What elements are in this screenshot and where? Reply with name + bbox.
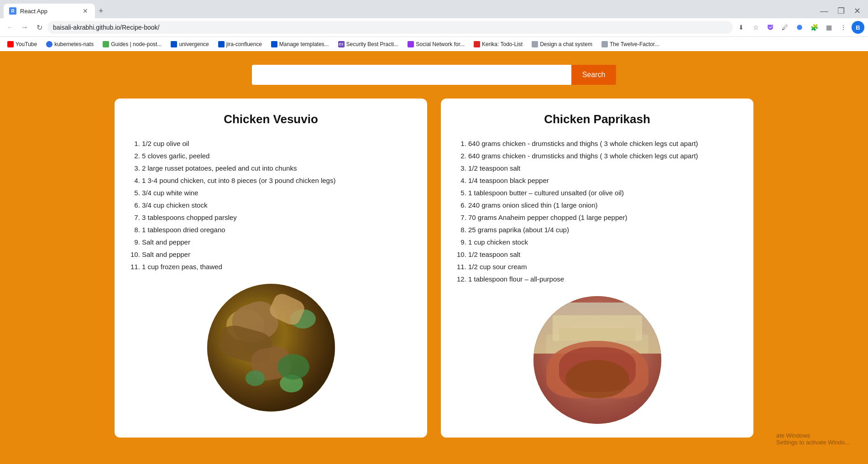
kerika-favicon <box>474 41 480 47</box>
pocket-icon[interactable] <box>764 21 777 34</box>
window-controls: — ❐ ✕ <box>816 5 864 17</box>
recipes-grid: Chicken Vesuvio 1/2 cup olive oil 5 clov… <box>115 99 753 438</box>
ingredient-item: 70 grams Anaheim pepper chopped (1 large… <box>468 211 735 224</box>
bookmark-ex-label: Security Best Practi... <box>346 41 399 47</box>
bookmark-manage-label: Manage templates... <box>279 41 329 47</box>
svg-point-0 <box>797 25 802 30</box>
design-favicon <box>532 41 538 47</box>
ingredient-item: 1 tablespoon butter – cultured unsalted … <box>468 187 735 199</box>
ingredient-item: 3/4 cup white wine <box>142 187 409 199</box>
recipe-card-vesuvio: Chicken Vesuvio 1/2 cup olive oil 5 clov… <box>115 99 427 438</box>
bookmark-twelve-label: The Twelve-Factor... <box>610 41 659 47</box>
sidebar-icon[interactable]: ▦ <box>822 21 835 34</box>
bookmark-guides-label: Guides | node-post... <box>111 41 162 47</box>
ingredient-item: 25 grams paprika (about 1/4 cup) <box>468 224 735 236</box>
browser-chrome: R React App ✕ + — ❐ ✕ ← → ↻ ⬇ ☆ 🖊 🧩 ▦ <box>0 0 868 51</box>
menu-icon[interactable]: ⋮ <box>837 21 850 34</box>
recipe-card-paprikash: Chicken Paprikash 640 grams chicken - dr… <box>441 99 753 438</box>
bookmarks-bar: YouTube kubernetes-nats Guides | node-po… <box>0 36 868 51</box>
page-content: Search Chicken Vesuvio 1/2 cup olive oil… <box>0 51 868 464</box>
greasemonkey-icon[interactable] <box>793 21 806 34</box>
star-icon[interactable]: ☆ <box>749 21 762 34</box>
search-input[interactable] <box>252 65 571 85</box>
recipe-ingredients-vesuvio: 1/2 cup olive oil 5 cloves garlic, peele… <box>133 137 409 273</box>
ingredient-item: 2 large russet potatoes, peeled and cut … <box>142 162 409 174</box>
k8s-favicon <box>46 41 52 47</box>
recipe-title-vesuvio: Chicken Vesuvio <box>224 112 318 126</box>
bookmark-design-label: Design a chat system <box>540 41 592 47</box>
address-input[interactable] <box>47 21 733 34</box>
recipe-image-vesuvio <box>207 284 335 412</box>
univergence-favicon <box>171 41 177 47</box>
bookmark-jira[interactable]: jira-confluence <box>214 40 266 48</box>
ingredient-item: 3/4 cup chicken stock <box>142 199 409 211</box>
bookmark-social[interactable]: Social Network for... <box>404 40 468 48</box>
close-window-button[interactable]: ✕ <box>850 5 864 17</box>
ingredient-item: 240 grams onion sliced thin (1 large oni… <box>468 199 735 211</box>
ex-favicon: ex <box>338 41 345 47</box>
paprikash-food-image <box>533 296 661 424</box>
ingredient-item: 1 tablespoon flour – all-purpose <box>468 273 735 285</box>
bookmark-design[interactable]: Design a chat system <box>528 40 596 48</box>
ingredient-item: 5 cloves garlic, peeled <box>142 150 409 162</box>
back-button[interactable]: ← <box>4 21 16 34</box>
bookmark-social-label: Social Network for... <box>416 41 465 47</box>
bookmark-jira-label: jira-confluence <box>226 41 262 47</box>
twelve-favicon <box>601 41 608 47</box>
forward-button[interactable]: → <box>18 21 31 34</box>
download-icon[interactable]: ⬇ <box>735 21 748 34</box>
search-bar-container: Search <box>27 65 841 85</box>
vesuvio-food-image <box>207 284 335 412</box>
recipe-title-paprikash: Chicken Paprikash <box>544 112 650 126</box>
ingredient-item: 3 tablespoons chopped parsley <box>142 211 409 224</box>
bookmark-kerika-label: Kerika: Todo-List <box>482 41 523 47</box>
tab-title: React App <box>20 8 78 15</box>
ingredient-item: 640 grams chicken - drumsticks and thigh… <box>468 150 735 162</box>
tab-favicon: R <box>9 7 16 15</box>
tab-close-button[interactable]: ✕ <box>81 7 89 15</box>
toolbar-icons: ⬇ ☆ 🖊 🧩 ▦ ⋮ B <box>735 21 864 34</box>
recipe-ingredients-paprikash: 640 grams chicken - drumsticks and thigh… <box>459 137 735 285</box>
bookmark-univergence-label: univergence <box>179 41 209 47</box>
ingredient-item: 1/4 teaspoon black pepper <box>468 174 735 187</box>
extensions-icon[interactable]: 🧩 <box>808 21 821 34</box>
bookmark-twelve[interactable]: The Twelve-Factor... <box>598 40 663 48</box>
jira-favicon <box>218 41 225 47</box>
bookmark-youtube[interactable]: YouTube <box>4 40 41 48</box>
eyedropper-icon[interactable]: 🖊 <box>779 21 791 34</box>
bookmark-k8s-label: kubernetes-nats <box>54 41 94 47</box>
ingredient-item: 1 cup chicken stock <box>468 236 735 248</box>
address-bar-row: ← → ↻ ⬇ ☆ 🖊 🧩 ▦ ⋮ B <box>0 18 868 36</box>
ingredient-item: 1/2 teaspoon salt <box>468 248 735 261</box>
ingredient-item: 1 cup frozen peas, thawed <box>142 261 409 273</box>
ingredient-item: 1/2 cup olive oil <box>142 137 409 150</box>
bookmark-univergence[interactable]: univergence <box>167 40 212 48</box>
refresh-button[interactable]: ↻ <box>33 21 46 34</box>
manage-favicon <box>271 41 277 47</box>
profile-avatar[interactable]: B <box>852 21 864 34</box>
active-tab[interactable]: R React App ✕ <box>4 4 95 18</box>
bookmark-k8s[interactable]: kubernetes-nats <box>42 40 97 48</box>
new-tab-button[interactable]: + <box>97 5 105 18</box>
bookmark-manage[interactable]: Manage templates... <box>267 40 333 48</box>
ingredient-item: 1/2 cup sour cream <box>468 261 735 273</box>
tab-bar: R React App ✕ + — ❐ ✕ <box>0 0 868 18</box>
bookmark-youtube-label: YouTube <box>16 41 37 47</box>
ingredient-item: Salt and pepper <box>142 236 409 248</box>
ingredient-item: Salt and pepper <box>142 248 409 261</box>
ingredient-item: 1 tablespoon dried oregano <box>142 224 409 236</box>
ingredient-item: 1/2 teaspoon salt <box>468 162 735 174</box>
bookmark-ex[interactable]: ex Security Best Practi... <box>335 40 403 48</box>
ingredient-item: 1 3-4 pound chicken, cut into 8 pieces (… <box>142 174 409 187</box>
bookmark-guides[interactable]: Guides | node-post... <box>99 40 165 48</box>
social-favicon <box>408 41 414 47</box>
recipe-image-paprikash <box>533 296 661 424</box>
bookmark-kerika[interactable]: Kerika: Todo-List <box>470 40 526 48</box>
ingredient-item: 640 grams chicken - drumsticks and thigh… <box>468 137 735 150</box>
guides-favicon <box>103 41 109 47</box>
maximize-button[interactable]: ❐ <box>834 5 848 17</box>
minimize-button[interactable]: — <box>816 5 832 17</box>
youtube-favicon <box>7 41 14 47</box>
search-button[interactable]: Search <box>571 65 617 85</box>
